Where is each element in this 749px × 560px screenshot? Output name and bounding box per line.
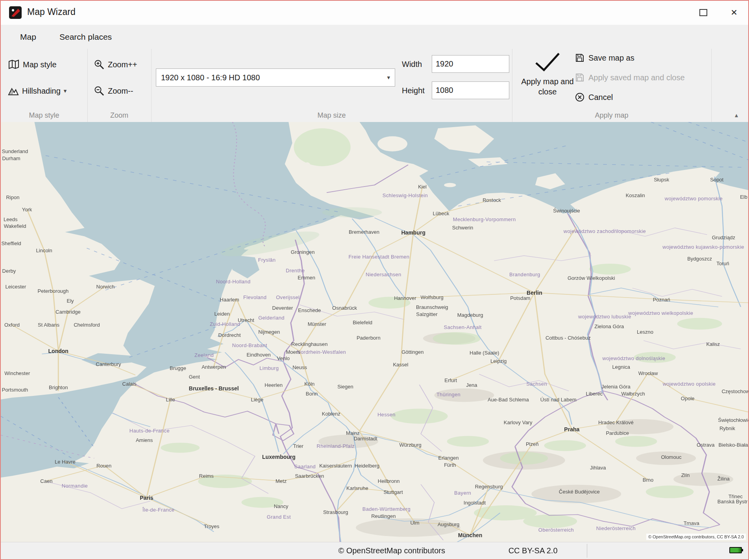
width-input[interactable] [432,55,509,73]
menu-bar: Map Search places [1,25,748,49]
map-size-preset-value: 1920 x 1080 - 16:9 HD 1080 [161,73,260,82]
hillshading-label: Hillshading [22,87,61,96]
cancel-icon [575,92,585,102]
zoom-in-label: Zoom++ [108,60,137,69]
check-icon [533,51,562,72]
ribbon-group-map-style: Map style Hillshading ▾ Map style [1,49,88,122]
status-license: CC BY-SA 2.0 [509,542,558,559]
apply-map-and-close-label: Apply map and close [514,76,581,97]
window-title: Map Wizard [27,7,76,17]
height-input[interactable] [432,81,509,99]
width-label: Width [402,60,422,69]
save-icon [575,53,585,63]
ribbon: Map style Hillshading ▾ Map style Z [1,49,748,122]
map-style-label: Map style [23,60,57,69]
zoom-out-button[interactable]: Zoom-- [94,82,133,100]
tab-map[interactable]: Map [20,25,36,49]
zoom-in-icon [94,59,105,70]
title-bar: Map Wizard ✕ [1,1,748,25]
maximize-icon [699,9,707,16]
ribbon-group-apply-map: Apply map and close Save map as Apply sa… [512,49,712,122]
ribbon-group-zoom: Zoom++ Zoom-- Zoom [87,49,152,122]
chevron-down-icon: ▾ [64,87,67,94]
map-icon [8,59,20,70]
cancel-label: Cancel [588,93,613,102]
group-caption-map-style: Map style [1,111,87,120]
map-canvas [1,122,748,542]
ribbon-group-map-size: 1920 x 1080 - 16:9 HD 1080 ▾ Width Heigh… [151,49,512,122]
tab-search-places-label: Search places [59,32,112,42]
hillshade-layer [318,333,733,537]
height-label: Height [402,86,425,95]
map-size-preset-select[interactable]: 1920 x 1080 - 16:9 HD 1080 ▾ [156,68,395,87]
tab-map-label: Map [20,32,36,42]
apply-saved-map-button[interactable]: Apply saved map and close [575,69,685,86]
map-viewport[interactable]: SunderlandDurhamRiponYorkLeedsWakefieldS… [1,122,748,542]
tab-search-places[interactable]: Search places [59,25,112,49]
zoom-out-label: Zoom-- [108,87,133,96]
maximize-button[interactable] [693,4,714,21]
status-separator [587,544,587,558]
group-caption-apply-map: Apply map [512,111,711,120]
status-copyright: © OpenStreetMap contributors [338,542,445,559]
save-map-as-button[interactable]: Save map as [575,50,634,66]
close-icon: ✕ [731,8,738,17]
save-icon [575,72,585,83]
hillshading-icon [8,85,19,96]
chevron-down-icon: ▾ [387,74,390,81]
map-style-button[interactable]: Map style [8,56,57,73]
zoom-in-button[interactable]: Zoom++ [94,56,137,73]
status-bar: © OpenStreetMap contributors CC BY-SA 2.… [1,542,748,559]
ribbon-collapse-button[interactable]: ▴ [735,111,738,119]
save-map-as-label: Save map as [588,54,634,63]
hillshading-button[interactable]: Hillshading ▾ [8,82,67,100]
zoom-out-icon [94,85,105,96]
map-attribution: © OpenStreetMap.org contributors, CC BY-… [646,534,746,540]
battery-indicator-icon [729,547,742,553]
app-window: Map Wizard ✕ Map Search places Map style [0,0,749,560]
group-caption-zoom: Zoom [87,111,151,120]
cancel-button[interactable]: Cancel [575,89,613,105]
apply-map-and-close-button[interactable]: Apply map and close [514,51,581,97]
close-button[interactable]: ✕ [724,4,744,21]
apply-saved-map-label: Apply saved map and close [588,73,685,82]
group-caption-map-size: Map size [151,111,512,120]
app-logo-icon [9,6,22,19]
